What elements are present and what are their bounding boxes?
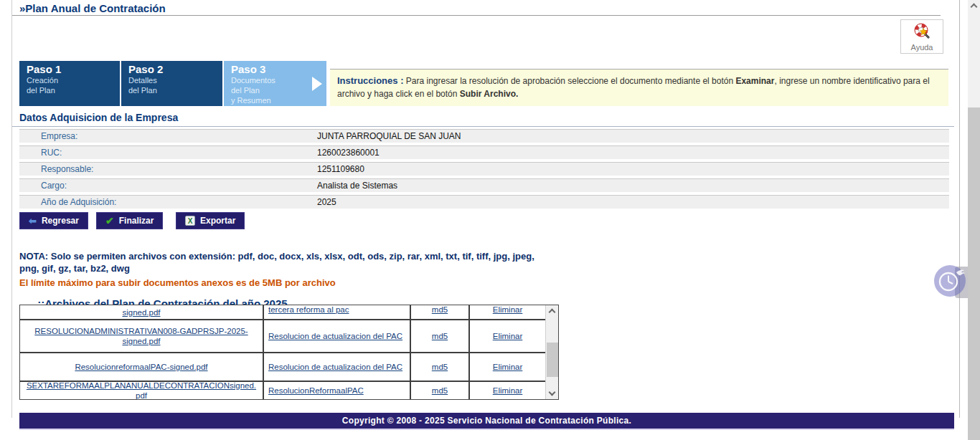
- md5-link[interactable]: md5: [432, 331, 448, 341]
- company-row-responsable: Responsable: 1251109680: [19, 162, 949, 176]
- frame-border-left: [11, 0, 12, 418]
- instructions-text-end: .: [516, 89, 518, 99]
- step-2-title: Paso 2: [128, 63, 222, 75]
- instructions-text: Para ingresar la resolución de aprobació…: [403, 76, 735, 86]
- excel-icon: X: [185, 216, 195, 226]
- company-value: 2025: [317, 197, 336, 207]
- company-label: RUC:: [19, 148, 317, 158]
- company-value: JUNTA PARROQUIAL DE SAN JUAN: [317, 131, 461, 141]
- footer-bar: Copyright © 2008 - 2025 Servicio Naciona…: [19, 413, 954, 429]
- company-section-divider: [12, 126, 954, 127]
- finalizar-button[interactable]: ✔ Finalizar: [96, 212, 163, 229]
- step-2-line: Detalles: [128, 75, 222, 85]
- regresar-button[interactable]: ⬅ Regresar: [19, 212, 88, 229]
- step-3-title: Paso 3: [231, 63, 326, 75]
- table-row: SEXTAREFORMAALPLANANUALDECONTRATACIONsig…: [20, 382, 545, 399]
- step-2[interactable]: Paso 2 Detalles del Plan: [121, 61, 222, 106]
- file-link[interactable]: signed.pdf: [122, 307, 160, 317]
- scroll-up-icon[interactable]: [971, 4, 978, 11]
- help-button[interactable]: Ayuda: [900, 19, 943, 54]
- eliminar-link[interactable]: Eliminar: [493, 305, 523, 315]
- company-row-empresa: Empresa: JUNTA PARROQUIAL DE SAN JUAN: [19, 129, 949, 143]
- company-label: Año de Adquisición:: [19, 197, 317, 207]
- step-3-active[interactable]: Paso 3 Documentos del Plan y Resumen: [224, 61, 326, 106]
- timer-widget-button[interactable]: [933, 263, 969, 299]
- table-row: ResolucionreformaalPAC-signed.pdf Resolu…: [20, 353, 545, 382]
- scrollbar-thumb[interactable]: [547, 343, 558, 377]
- file-link[interactable]: RESOLUCIONADMINISTRATIVAN008-GADPRSJP-20…: [24, 326, 258, 346]
- files-table-rows: signed.pdf tercera reforma al pac md5 El…: [20, 305, 545, 399]
- step-3-line: y Resumen: [231, 95, 326, 105]
- scroll-down-icon[interactable]: [549, 389, 556, 396]
- file-link[interactable]: ResolucionreformaalPAC-signed.pdf: [75, 362, 207, 372]
- files-table-scrollbar[interactable]: [545, 305, 558, 399]
- copyright-text: Copyright © 2008 - 2025 Servicio Naciona…: [342, 416, 631, 426]
- company-label: Responsable:: [19, 164, 317, 174]
- finalizar-label: Finalizar: [119, 216, 154, 226]
- md5-link[interactable]: md5: [432, 305, 448, 315]
- company-value: Analista de Sistemas: [317, 181, 397, 191]
- page: »Plan Anual de Contratación Ayuda Paso 1…: [0, 0, 980, 440]
- step-arrow-icon: [312, 77, 322, 91]
- eliminar-link[interactable]: Eliminar: [493, 362, 523, 372]
- eliminar-link[interactable]: Eliminar: [493, 331, 523, 341]
- company-value: 1251109680: [317, 164, 364, 174]
- help-label: Ayuda: [911, 43, 933, 52]
- instructions-bold-examinar: Examinar: [735, 76, 774, 86]
- md5-link[interactable]: md5: [432, 386, 448, 396]
- table-row: signed.pdf tercera reforma al pac md5 El…: [20, 305, 545, 320]
- exportar-button[interactable]: X Exportar: [176, 212, 245, 229]
- company-label: Empresa:: [19, 131, 317, 141]
- browser-scrollbar[interactable]: [968, 0, 980, 440]
- nota-text: NOTA: Solo se permiten archivos con exte…: [19, 250, 554, 274]
- back-arrow-icon: ⬅: [29, 216, 37, 226]
- eliminar-link[interactable]: Eliminar: [493, 386, 523, 396]
- files-table: signed.pdf tercera reforma al pac md5 El…: [19, 305, 559, 400]
- company-row-cargo: Cargo: Analista de Sistemas: [19, 178, 949, 192]
- company-value: 1260023860001: [317, 148, 380, 158]
- company-section-heading: Datos Adquisicion de la Empresa: [19, 112, 178, 123]
- company-row-ruc: RUC: 1260023860001: [19, 145, 949, 159]
- step-2-line: del Plan: [128, 85, 222, 95]
- file-link[interactable]: SEXTAREFORMAALPLANANUALDECONTRATACIONsig…: [24, 382, 258, 399]
- scrollbar-thumb[interactable]: [968, 107, 980, 440]
- page-title: »Plan Anual de Contratación: [19, 2, 166, 14]
- instructions-panel: Instrucciones : Para ingresar la resoluc…: [330, 69, 948, 106]
- limit-warning-text: El límite máximo para subir documentos a…: [19, 277, 336, 288]
- table-row: RESOLUCIONADMINISTRATIVAN008-GADPRSJP-20…: [20, 320, 545, 353]
- instructions-bold-subir: Subir Archivo: [460, 89, 516, 99]
- company-label: Cargo:: [19, 181, 317, 191]
- step-1-line: del Plan: [27, 85, 120, 95]
- frame-border-right: [959, 0, 960, 418]
- step-1-line: Creación: [27, 75, 120, 85]
- step-1[interactable]: Paso 1 Creación del Plan: [19, 61, 120, 106]
- title-divider: [12, 15, 941, 16]
- footer-glow: [19, 429, 954, 430]
- regresar-label: Regresar: [42, 216, 79, 226]
- scroll-up-icon[interactable]: [549, 309, 556, 316]
- company-row-anio: Año de Adquisición: 2025: [19, 195, 949, 209]
- check-icon: ✔: [105, 216, 114, 226]
- instructions-label: Instrucciones :: [337, 75, 403, 86]
- file-description-link[interactable]: ResolucionReformaalPAC: [268, 386, 364, 396]
- file-description-link[interactable]: Resolucion de actualizacion del PAC: [268, 331, 402, 341]
- step-1-title: Paso 1: [27, 63, 120, 75]
- file-description-link[interactable]: tercera reforma al pac: [268, 305, 349, 315]
- exportar-label: Exportar: [200, 216, 235, 226]
- life-preserver-wand-icon: [913, 22, 931, 42]
- md5-link[interactable]: md5: [432, 362, 448, 372]
- file-description-link[interactable]: Resolucion de actualizacion del PAC: [268, 362, 402, 372]
